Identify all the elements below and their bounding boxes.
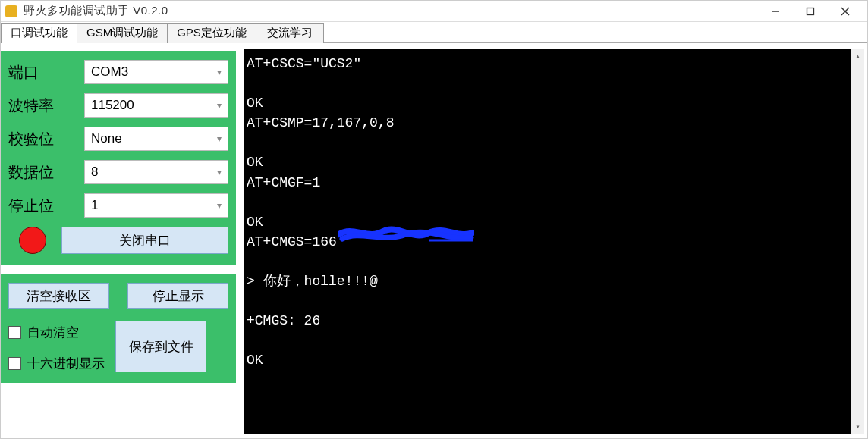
maximize-button[interactable] bbox=[793, 2, 828, 21]
titlebar: 野火多功能调试助手 V0.2.0 bbox=[1, 1, 867, 22]
terminal-line bbox=[247, 252, 861, 271]
scroll-track[interactable] bbox=[851, 63, 864, 420]
terminal-line bbox=[247, 331, 861, 350]
databits-label: 数据位 bbox=[8, 162, 84, 183]
port-select[interactable]: COM3 bbox=[84, 60, 228, 84]
terminal-line bbox=[247, 133, 861, 152]
svg-rect-1 bbox=[807, 8, 814, 14]
close-port-button[interactable]: 关闭串口 bbox=[61, 227, 228, 254]
terminal-line: AT+CSMP=17,167,0,8 bbox=[247, 113, 861, 133]
tab-1[interactable]: GSM调试功能 bbox=[77, 23, 168, 43]
port-status-indicator bbox=[19, 227, 46, 254]
app-window: 野火多功能调试助手 V0.2.0 口调试功能GSM调试功能GPS定位功能交流学习… bbox=[0, 0, 868, 439]
terminal-line: > 你好，holle!!!@ bbox=[247, 271, 861, 291]
parity-select[interactable]: None bbox=[84, 127, 228, 151]
terminal-line: AT+CSCS="UCS2" bbox=[247, 54, 861, 74]
checkbox-icon bbox=[8, 357, 21, 370]
checkbox-icon bbox=[8, 326, 21, 339]
tab-3[interactable]: 交流学习 bbox=[256, 23, 324, 43]
tab-bar: 口调试功能GSM调试功能GPS定位功能交流学习 bbox=[1, 22, 867, 43]
terminal-line: +CMGS: 26 bbox=[247, 311, 861, 331]
stopbits-select[interactable]: 1 bbox=[84, 193, 228, 218]
window-title: 野火多功能调试助手 V0.2.0 bbox=[24, 4, 168, 18]
save-to-file-button[interactable]: 保存到文件 bbox=[115, 321, 206, 372]
terminal-output[interactable]: AT+CSCS="UCS2"OKAT+CSMP=17,167,0,8OKAT+C… bbox=[244, 49, 864, 434]
clear-receive-button[interactable]: 清空接收区 bbox=[8, 283, 109, 309]
window-controls bbox=[758, 2, 863, 21]
terminal-line: OK bbox=[247, 212, 861, 232]
app-icon bbox=[5, 5, 17, 17]
serial-settings-panel: 端口 COM3 波特率 115200 校验位 None 数据位 8 停止位 bbox=[1, 51, 236, 265]
terminal-line bbox=[247, 291, 861, 311]
terminal-scrollbar[interactable]: ▴ ▾ bbox=[851, 49, 864, 434]
port-label: 端口 bbox=[8, 62, 84, 83]
minimize-button[interactable] bbox=[758, 2, 793, 21]
tab-0[interactable]: 口调试功能 bbox=[1, 23, 77, 43]
receive-control-panel: 清空接收区 停止显示 自动清空 十六进制显示 保存到文件 bbox=[1, 274, 236, 383]
hex-display-checkbox[interactable]: 十六进制显示 bbox=[8, 355, 105, 372]
terminal-line: OK bbox=[247, 152, 861, 172]
close-button[interactable] bbox=[828, 2, 863, 21]
terminal-line bbox=[247, 193, 861, 212]
terminal-line bbox=[247, 74, 861, 93]
scroll-down-icon[interactable]: ▾ bbox=[851, 420, 865, 434]
terminal-line: AT+CMGF=1 bbox=[247, 173, 861, 193]
terminal-line: OK bbox=[247, 93, 861, 113]
baud-select[interactable]: 115200 bbox=[84, 93, 228, 118]
scroll-up-icon[interactable]: ▴ bbox=[851, 49, 865, 63]
baud-label: 波特率 bbox=[8, 96, 84, 116]
tab-2[interactable]: GPS定位功能 bbox=[167, 23, 256, 43]
terminal-line: AT+CMGS=166 bbox=[247, 232, 861, 252]
content-area: 端口 COM3 波特率 115200 校验位 None 数据位 8 停止位 bbox=[1, 43, 867, 438]
parity-label: 校验位 bbox=[8, 129, 84, 149]
stopbits-label: 停止位 bbox=[8, 196, 84, 216]
auto-clear-checkbox[interactable]: 自动清空 bbox=[8, 324, 105, 341]
databits-select[interactable]: 8 bbox=[84, 160, 228, 184]
terminal-line: OK bbox=[247, 350, 861, 370]
stop-display-button[interactable]: 停止显示 bbox=[127, 283, 228, 309]
